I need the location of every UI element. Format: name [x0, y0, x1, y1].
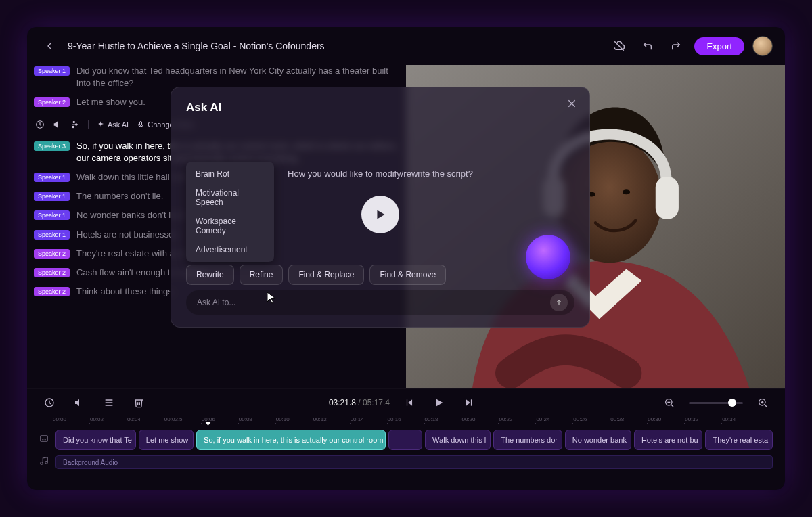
redo-button[interactable]: [666, 36, 686, 56]
ruler-tick: 00:30: [648, 416, 685, 426]
send-button[interactable]: [550, 294, 568, 311]
tracks: Did you know that TeLet me showSo, if yo…: [27, 426, 785, 490]
ruler-tick: 00:10: [276, 416, 313, 426]
modal-play-button[interactable]: [361, 196, 399, 233]
svg-marker-19: [408, 399, 412, 405]
ruler-tick: 00:14: [351, 416, 388, 426]
dropdown-option[interactable]: Advertisement: [186, 240, 274, 259]
cloud-off-icon[interactable]: [609, 36, 629, 56]
zoom-slider[interactable]: [689, 402, 743, 404]
chip-find-replace[interactable]: Find & Replace: [288, 265, 364, 285]
speaker-badge: Speaker 2: [34, 249, 70, 258]
ruler-tick: 00:03.5: [164, 416, 202, 426]
timeline-clip[interactable]: They're real esta: [705, 430, 773, 450]
svg-marker-21: [436, 399, 443, 407]
svg-rect-8: [140, 121, 142, 125]
timeline-clip[interactable]: No wonder bank: [565, 430, 631, 450]
export-button[interactable]: Export: [694, 37, 744, 55]
ruler-tick: 00:20: [461, 416, 499, 426]
chip-find-remove[interactable]: Find & Remove: [369, 265, 446, 285]
header: 9-Year Hustle to Achieve a Single Goal -…: [27, 27, 785, 65]
dropdown-option[interactable]: Brain Rot: [186, 164, 274, 183]
undo-button[interactable]: [637, 36, 658, 56]
dropdown-option[interactable]: Workspace Comedy: [186, 212, 274, 240]
svg-rect-11: [656, 177, 679, 219]
ruler-tick: 00:02: [90, 416, 127, 426]
svg-line-25: [671, 405, 673, 407]
ruler-tick: 00:28: [610, 416, 648, 426]
transcript-text: Did you know that Ted headquarters in Ne…: [76, 65, 399, 89]
svg-point-34: [41, 462, 43, 465]
ask-ai-button[interactable]: Ask AI: [97, 120, 129, 129]
action-chips: Rewrite Refine Find & Replace Find & Rem…: [186, 265, 446, 285]
chip-rewrite[interactable]: Rewrite: [186, 265, 234, 285]
subtitles-icon: [39, 434, 50, 446]
ruler-tick: 00:00: [53, 416, 90, 426]
timecode: 03:21.8 / 05:17.4: [329, 398, 390, 407]
timeline-area: 03:21.8 / 05:17.4 00:0000:0200:0400:03.5…: [27, 388, 785, 490]
svg-rect-20: [407, 399, 407, 405]
close-icon[interactable]: [566, 98, 577, 112]
speed-icon[interactable]: [39, 392, 60, 413]
audio-track: Background Audio: [39, 455, 773, 469]
ruler-tick: 00:04: [127, 416, 164, 426]
timeline-clip[interactable]: Let me show: [139, 430, 194, 450]
time-ruler[interactable]: 00:0000:0200:0400:03.500:0600:0800:1000:…: [27, 416, 785, 426]
timeline-clip[interactable]: Hotels are not bu: [634, 430, 703, 450]
audio-clip[interactable]: Background Audio: [55, 455, 773, 469]
modal-title: Ask AI: [186, 101, 574, 114]
transcript-line[interactable]: Speaker 1 Did you know that Ted headquar…: [34, 65, 399, 89]
speaker-badge: Speaker 1: [34, 230, 70, 240]
ruler-tick: 00:22: [499, 416, 536, 426]
timeline-clip[interactable]: So, if you walk in here, this is actuall…: [196, 430, 386, 450]
trash-icon[interactable]: [129, 392, 149, 413]
ai-orb-icon: [526, 235, 570, 279]
svg-rect-23: [471, 399, 472, 405]
music-icon: [39, 456, 50, 468]
svg-marker-22: [466, 399, 470, 405]
ai-input[interactable]: Ask AI to...: [186, 290, 574, 315]
svg-line-28: [765, 405, 767, 407]
sliders-icon[interactable]: [70, 120, 80, 129]
volume-icon[interactable]: [53, 120, 62, 129]
svg-point-5: [73, 121, 74, 122]
ruler-tick: 00:16: [388, 416, 425, 426]
speaker-badge: Speaker 1: [34, 173, 70, 182]
zoom-in-icon[interactable]: [752, 392, 773, 413]
speaker-badge: Speaker 2: [34, 287, 70, 296]
project-title: 9-Year Hustle to Achieve a Single Goal -…: [68, 41, 601, 51]
svg-point-35: [45, 462, 48, 464]
ai-input-placeholder: Ask AI to...: [197, 298, 550, 307]
timeline-clip[interactable]: The numbers dor: [493, 430, 562, 450]
dropdown-option[interactable]: Motivational Speech: [186, 183, 274, 212]
clip-track: Did you know that TeLet me showSo, if yo…: [39, 430, 773, 450]
transport-bar: 03:21.8 / 05:17.4: [27, 389, 785, 416]
back-button[interactable]: [39, 36, 60, 56]
ruler-tick: 00:12: [313, 416, 351, 426]
speed-icon[interactable]: [35, 120, 45, 129]
speaker-badge: Speaker 2: [34, 97, 70, 107]
ruler-tick: 00:32: [685, 416, 722, 426]
svg-rect-31: [41, 436, 48, 441]
chip-refine[interactable]: Refine: [240, 265, 284, 285]
svg-point-7: [72, 126, 74, 127]
svg-point-14: [623, 189, 630, 194]
timeline-clip[interactable]: Walk down this l: [425, 430, 491, 450]
timeline-clip[interactable]: Did you know that Te: [55, 430, 136, 450]
speaker-badge: Speaker 3: [34, 141, 70, 151]
play-button[interactable]: [429, 392, 449, 413]
rewrite-style-dropdown: Brain Rot Motivational Speech Workspace …: [186, 162, 274, 262]
volume-icon[interactable]: [69, 392, 89, 413]
zoom-out-icon[interactable]: [659, 392, 679, 413]
speaker-badge: Speaker 1: [34, 192, 70, 201]
skip-back-icon[interactable]: [399, 392, 420, 413]
sliders-icon[interactable]: [99, 392, 119, 413]
svg-marker-38: [377, 210, 384, 219]
svg-point-6: [76, 123, 77, 125]
skip-forward-icon[interactable]: [459, 392, 479, 413]
speaker-badge: Speaker 1: [34, 210, 70, 220]
timeline-clip[interactable]: [388, 430, 422, 450]
ruler-tick: 00:06: [202, 416, 239, 426]
speaker-badge: Speaker 1: [34, 66, 70, 76]
user-avatar[interactable]: [752, 36, 773, 56]
